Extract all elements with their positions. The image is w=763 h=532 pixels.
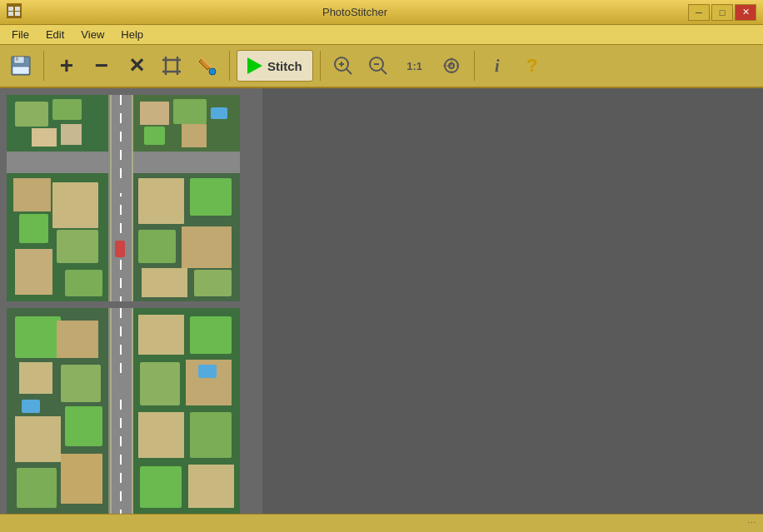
- svg-rect-62: [115, 241, 125, 257]
- svg-rect-78: [138, 315, 184, 355]
- svg-rect-85: [140, 466, 182, 508]
- image-thumb-1[interactable]: [7, 95, 240, 301]
- close-button[interactable]: ✕: [735, 4, 756, 21]
- svg-rect-8: [12, 67, 29, 74]
- window-title: PhotoStitcher: [22, 6, 688, 18]
- svg-point-18: [209, 68, 216, 75]
- svg-rect-51: [15, 249, 52, 295]
- svg-rect-82: [138, 412, 184, 458]
- svg-rect-80: [140, 362, 180, 405]
- svg-rect-54: [138, 178, 184, 224]
- svg-rect-42: [173, 99, 207, 124]
- window-controls: ─ □ ✕: [688, 4, 756, 21]
- svg-rect-63: [116, 178, 125, 193]
- svg-rect-47: [13, 178, 51, 211]
- svg-rect-75: [17, 468, 57, 508]
- zoom-in-button[interactable]: [327, 50, 359, 82]
- zoom-1to1-button[interactable]: 1:1: [397, 50, 432, 82]
- maximize-button[interactable]: □: [711, 4, 733, 21]
- menu-file[interactable]: File: [3, 27, 37, 42]
- svg-rect-55: [190, 178, 232, 216]
- minimize-button[interactable]: ─: [688, 4, 710, 21]
- crop-button[interactable]: [156, 50, 187, 82]
- svg-rect-33: [7, 152, 108, 173]
- resize-handle[interactable]: ⋯: [747, 518, 756, 529]
- menu-view[interactable]: View: [72, 27, 112, 42]
- svg-rect-7: [16, 57, 18, 61]
- svg-rect-87: [115, 375, 125, 391]
- svg-rect-43: [182, 124, 207, 147]
- svg-rect-38: [61, 124, 82, 145]
- svg-rect-70: [57, 321, 98, 358]
- svg-rect-1: [8, 7, 13, 11]
- svg-rect-39: [32, 128, 57, 147]
- fill-button[interactable]: [191, 50, 222, 82]
- main-content: [0, 88, 763, 514]
- svg-rect-61: [132, 95, 133, 301]
- svg-rect-2: [15, 7, 20, 11]
- add-button[interactable]: +: [51, 50, 82, 82]
- stitch-play-icon: [247, 57, 262, 74]
- svg-rect-79: [190, 316, 232, 354]
- svg-rect-6: [14, 57, 24, 63]
- svg-rect-34: [133, 152, 240, 173]
- svg-rect-36: [15, 102, 48, 127]
- svg-rect-3: [8, 12, 13, 16]
- separator-3: [320, 51, 321, 81]
- status-bar: ⋯: [0, 514, 763, 532]
- svg-rect-72: [22, 400, 40, 413]
- svg-rect-60: [110, 95, 112, 301]
- zoom-out-button[interactable]: [362, 50, 394, 82]
- svg-line-25: [382, 69, 386, 74]
- svg-rect-31: [108, 95, 133, 301]
- svg-rect-76: [61, 454, 102, 504]
- menu-help[interactable]: Help: [112, 27, 152, 42]
- clear-button[interactable]: ✕: [121, 50, 152, 82]
- remove-button[interactable]: −: [86, 50, 117, 82]
- stitch-button[interactable]: Stitch: [237, 50, 313, 82]
- svg-rect-4: [15, 12, 20, 16]
- separator-4: [474, 51, 475, 81]
- svg-rect-49: [52, 182, 98, 228]
- stitch-label: Stitch: [267, 59, 302, 73]
- svg-rect-45: [211, 107, 227, 119]
- svg-rect-57: [182, 226, 232, 268]
- image-list[interactable]: [0, 88, 262, 514]
- svg-rect-37: [52, 99, 82, 120]
- svg-rect-74: [65, 406, 102, 446]
- svg-rect-48: [19, 214, 48, 243]
- svg-rect-83: [190, 412, 232, 458]
- svg-rect-73: [15, 416, 61, 462]
- svg-rect-41: [140, 102, 169, 125]
- info-button[interactable]: i: [481, 50, 513, 82]
- svg-rect-89: [132, 308, 133, 514]
- svg-rect-59: [194, 270, 232, 296]
- left-panel: [0, 88, 262, 514]
- svg-rect-88: [110, 308, 112, 514]
- svg-rect-52: [65, 270, 102, 296]
- title-bar: PhotoStitcher ─ □ ✕: [0, 0, 763, 25]
- svg-rect-71: [61, 365, 101, 402]
- zoom-fit-button[interactable]: [436, 50, 467, 82]
- svg-rect-50: [57, 230, 98, 263]
- svg-rect-68: [15, 316, 61, 358]
- svg-rect-84: [198, 365, 217, 378]
- svg-rect-69: [19, 362, 52, 394]
- svg-rect-86: [188, 465, 234, 508]
- result-panel: [262, 88, 763, 514]
- separator-2: [229, 51, 230, 81]
- svg-rect-44: [144, 127, 165, 145]
- toolbar: + − ✕ Stitch: [0, 45, 763, 88]
- svg-rect-56: [138, 230, 176, 263]
- save-button[interactable]: [5, 50, 37, 82]
- svg-rect-58: [142, 268, 187, 297]
- help-button[interactable]: ?: [516, 50, 548, 82]
- svg-line-22: [347, 69, 352, 74]
- separator-1: [43, 51, 44, 81]
- svg-rect-9: [166, 60, 177, 72]
- menu-bar: File Edit View Help: [0, 25, 763, 45]
- image-thumb-2[interactable]: [7, 308, 240, 514]
- app-icon: [7, 3, 22, 21]
- menu-edit[interactable]: Edit: [37, 27, 72, 42]
